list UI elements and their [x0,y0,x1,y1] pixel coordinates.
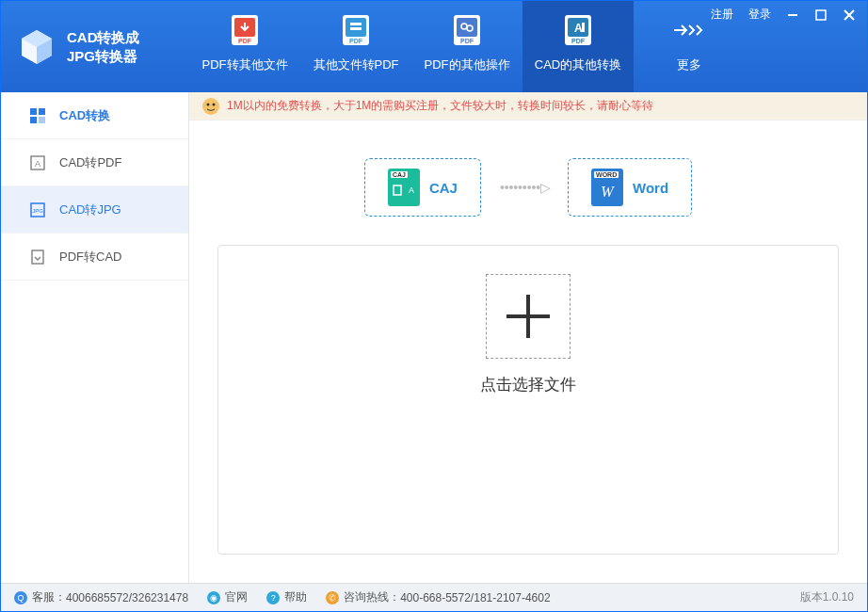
target-format-label: Word [633,180,668,196]
sidebar-item-label: CAD转JPG [59,201,121,218]
pdf-gear-icon: PDF [450,13,484,47]
svg-rect-10 [350,27,362,30]
mascot-icon [201,96,221,117]
help-icon: ? [266,591,280,604]
svg-rect-9 [350,23,362,25]
arrow-icon: • • • • • • • • • ▷ [500,180,549,195]
tab-other-to-pdf[interactable]: PDF 其他文件转PDF [300,1,411,92]
sidebar: CAD转换 A CAD转PDF JPG CAD转JPG PDF转CAD [1,92,189,583]
tab-label: 更多 [677,56,701,73]
cad-icon: APDF [561,13,595,47]
svg-text:PDF: PDF [349,38,363,44]
source-format-box: CAJ A CAJ [364,158,481,217]
main-content: 1M以内的免费转换，大于1M的需购买注册，文件较大时，转换时间较长，请耐心等待 … [189,92,867,583]
svg-rect-33 [32,250,43,264]
pdf-doc-icon [29,249,46,266]
svg-point-36 [213,103,216,105]
word-file-icon: WORD W [591,169,623,206]
svg-text:A: A [409,185,414,195]
app-title: CAD转换成 JPG转换器 [67,28,140,65]
sidebar-item-cad-to-jpg[interactable]: JPG CAD转JPG [1,186,188,234]
svg-point-35 [207,103,210,105]
svg-text:W: W [601,184,615,200]
svg-text:A: A [574,22,583,35]
sidebar-item-label: PDF转CAD [59,249,121,266]
svg-rect-22 [816,10,826,20]
login-button[interactable]: 登录 [741,3,779,26]
tab-label: PDF转其他文件 [202,56,288,73]
notice-bar: 1M以内的免费转换，大于1M的需购买注册，文件较大时，转换时间较长，请耐心等待 [189,92,867,121]
maximize-button[interactable] [807,4,835,26]
conversion-diagram: CAJ A CAJ • • • • • • • • • ▷ WORD W Wor… [189,121,867,245]
sidebar-item-label: CAD转换 [59,107,110,124]
pdf-red-icon: PDF [228,13,262,47]
tab-pdf-to-other[interactable]: PDF PDF转其他文件 [189,1,300,92]
logo-area: CAD转换成 JPG转换器 [1,1,189,92]
add-file-button[interactable] [486,274,571,359]
sidebar-item-label: CAD转PDF [59,154,121,171]
target-format-box: WORD W Word [568,158,692,217]
phone-icon: ✆ [326,591,339,604]
minimize-button[interactable] [779,4,807,26]
svg-rect-25 [30,108,37,115]
sidebar-item-cad-to-pdf[interactable]: A CAD转PDF [1,139,188,186]
svg-rect-26 [39,108,45,115]
footer: Q 客服： 4006685572/326231478 ◉ 官网 ? 帮助 ✆ 咨… [1,583,867,611]
close-button[interactable] [835,4,863,26]
plus-icon [503,291,554,342]
svg-rect-19 [582,23,585,32]
jpg-icon: JPG [29,201,46,218]
svg-rect-28 [39,117,45,123]
svg-point-34 [202,98,219,115]
tab-pdf-other-ops[interactable]: PDF PDF的其他操作 [411,1,522,92]
footer-hotline[interactable]: ✆ 咨询热线： 400-668-5572/181-2107-4602 [326,589,550,605]
penguin-icon: Q [14,591,27,604]
svg-rect-37 [394,185,401,195]
window-controls: 注册 登录 [703,3,863,26]
sidebar-item-pdf-to-cad[interactable]: PDF转CAD [1,234,188,281]
cad-doc-icon: A [29,154,46,171]
more-arrow-icon [672,13,706,47]
toolbar: PDF PDF转其他文件 PDF 其他文件转PDF PDF PDF的其他操作 A… [189,1,745,92]
file-drop-area[interactable]: 点击选择文件 [217,245,839,555]
globe-icon: ◉ [207,591,220,604]
version-label: 版本1.0.10 [800,589,854,605]
tab-label: 其他文件转PDF [313,56,399,73]
footer-service[interactable]: Q 客服： 4006685572/326231478 [14,589,188,605]
svg-text:PDF: PDF [460,38,474,44]
footer-site[interactable]: ◉ 官网 [207,589,248,605]
tab-cad-other[interactable]: APDF CAD的其他转换 [522,1,634,92]
svg-rect-27 [30,117,37,123]
source-format-label: CAJ [429,180,458,196]
tab-label: CAD的其他转换 [535,56,621,73]
sidebar-item-cad-convert[interactable]: CAD转换 [1,92,188,139]
grid-icon [29,107,46,124]
app-logo-icon [16,26,57,68]
caj-file-icon: CAJ A [388,169,420,206]
tab-label: PDF的其他操作 [425,56,510,73]
svg-text:PDF: PDF [238,38,252,44]
header: CAD转换成 JPG转换器 PDF PDF转其他文件 PDF 其他文件转PDF … [1,1,867,92]
svg-text:A: A [35,159,40,169]
register-button[interactable]: 注册 [703,3,741,26]
notice-text: 1M以内的免费转换，大于1M的需购买注册，文件较大时，转换时间较长，请耐心等待 [227,98,653,114]
pdf-blue-icon: PDF [339,13,373,47]
footer-help[interactable]: ? 帮助 [266,589,307,605]
drop-text: 点击选择文件 [480,374,576,395]
svg-text:PDF: PDF [571,38,586,44]
svg-text:JPG: JPG [32,208,43,214]
